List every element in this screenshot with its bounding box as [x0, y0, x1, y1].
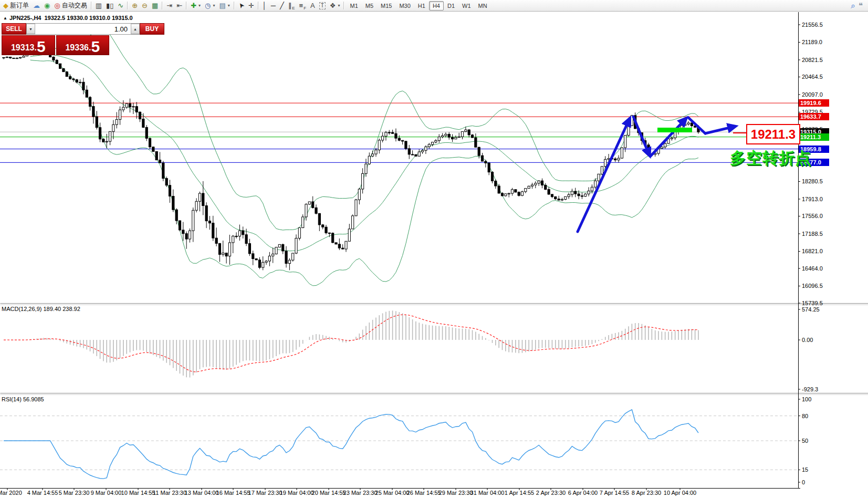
chart-symbol-header: ▲JPN225-,H419322.5 19330.0 19310.0 19315… — [3, 15, 133, 21]
macd-tick: 574.25 — [802, 306, 820, 313]
trend-arrow[interactable] — [705, 127, 734, 133]
trend-arrow[interactable] — [651, 119, 685, 156]
toolbar-text-label-icon[interactable]: T — [317, 1, 328, 11]
indicators-icon: ✚ — [191, 2, 196, 9]
chat-icon[interactable]: ❝ — [859, 2, 863, 9]
date-label: 23 Mar 23:30 — [343, 490, 378, 496]
toolbar-chart-shift-icon[interactable]: ⇤ — [174, 1, 184, 11]
support-highlight-bar[interactable] — [657, 128, 692, 132]
buy-price-box[interactable]: 19336.5 — [56, 35, 110, 55]
toolbar-cursor-icon[interactable]: ➤ — [236, 1, 246, 11]
new-order-label: 新订单 — [10, 1, 29, 10]
fibonacci-sub-label: F — [304, 6, 306, 11]
toolbar-fibonacci-icon[interactable]: ≡F — [297, 1, 308, 11]
timeframe-m30-button[interactable]: M30 — [395, 1, 414, 11]
toolbar-publish-chart-icon[interactable]: ☁ — [31, 1, 42, 11]
date-label: 10 Mar 14:55 — [121, 490, 155, 496]
price-label-box: 19211.3 — [799, 133, 829, 141]
zoom-out-icon: ⊖ — [142, 2, 148, 9]
sell-button[interactable]: SELL — [2, 23, 26, 35]
trend-line-icon: ╱ — [280, 2, 284, 9]
rsi-tick: 0 — [802, 479, 805, 485]
toolbar-candlestick-chart-icon[interactable]: ▮▯ — [104, 1, 116, 11]
date-label: 7 Apr 14:55 — [600, 490, 629, 496]
price-callout-box[interactable]: 19211.3 — [746, 124, 800, 144]
date-label: 8 Apr 23:30 — [632, 490, 661, 496]
toolbar-tile-windows-icon[interactable]: ▦ — [150, 1, 160, 11]
timeframe-mn-button[interactable]: MN — [475, 1, 491, 11]
sell-price-box[interactable]: 19313.5 — [2, 35, 55, 55]
rsi-tick: 50 — [802, 438, 808, 444]
cursor-icon: ➤ — [237, 1, 246, 9]
rsi-tick: 15 — [802, 466, 808, 473]
candlestick-chart-icon: ▮▯ — [106, 2, 113, 9]
toolbar-text-icon[interactable]: A — [308, 1, 317, 11]
auto-trading-label: 自动交易 — [62, 1, 87, 10]
macd-tick: -929.3 — [802, 386, 818, 392]
chart-canvas[interactable] — [0, 0, 868, 498]
one-click-trading-panel: SELL ▼ ▲ BUY 19313.5 19336.5 — [2, 23, 109, 55]
sell-price-main: 19313. — [11, 44, 37, 52]
timeframe-d1-button[interactable]: D1 — [444, 1, 458, 11]
toolbar-arrows-icon[interactable]: ❖▾ — [328, 1, 342, 11]
buy-button[interactable]: BUY — [140, 23, 164, 35]
toolbar-auto-trading-button[interactable]: ◎自动交易 — [52, 1, 89, 11]
price-tick: 17188.5 — [802, 231, 823, 237]
date-label: 20 Mar 14:55 — [312, 490, 346, 496]
toolbar-new-order-button[interactable]: ◆新订单 — [1, 1, 31, 11]
volume-input[interactable] — [35, 24, 131, 34]
chinese-annotation-text[interactable]: 多空转折点 — [730, 148, 811, 169]
timeframe-m5-button[interactable]: M5 — [362, 1, 377, 11]
tile-windows-icon: ▦ — [152, 2, 158, 9]
toolbar-crosshair-icon[interactable]: ✛ — [246, 1, 256, 11]
price-tick: 17556.0 — [802, 213, 823, 219]
crosshair-icon: ✛ — [248, 2, 254, 9]
price-label-box: 19919.6 — [799, 99, 829, 107]
price-tick: 16096.5 — [802, 283, 823, 289]
ohlc-values: 19322.5 19330.0 19310.0 19315.0 — [44, 15, 132, 21]
toolbar-bar-chart-icon[interactable]: ▥ — [93, 1, 104, 11]
volume-up-button[interactable]: ▲ — [131, 24, 140, 34]
date-label: 6 Apr 04:00 — [568, 490, 598, 496]
timeframe-m1-button[interactable]: M1 — [346, 1, 361, 11]
vertical-line-icon: │ — [263, 2, 267, 9]
volume-down-button[interactable]: ▼ — [26, 24, 35, 34]
macd-tick: 0.00 — [802, 337, 813, 343]
date-label: 16 Mar 14:55 — [216, 490, 250, 496]
toolbar-line-chart-icon[interactable]: ∿ — [116, 1, 126, 11]
toolbar-trend-line-icon[interactable]: ╱ — [278, 1, 286, 11]
rsi-label: RSI(14) 56.9085 — [2, 396, 44, 402]
toolbar-equidistant-channel-icon[interactable]: ∥E — [286, 1, 297, 11]
arrows-icon: ❖ — [330, 2, 336, 9]
date-label: 31 Mar 04:00 — [470, 490, 505, 496]
toolbar-indicators-icon[interactable]: ✚▾ — [189, 1, 203, 11]
fibonacci-icon: ≡ — [299, 2, 304, 9]
toolbar-templates-icon[interactable]: ▤▾ — [217, 1, 232, 11]
toolbar-mql5-signal-icon[interactable]: ◉ — [42, 1, 52, 11]
timeframe-w1-button[interactable]: W1 — [458, 1, 475, 11]
symbol-period-label: JPN225-,H4 — [9, 15, 41, 21]
price-tick: 21189.0 — [802, 39, 822, 45]
timeframe-h1-button[interactable]: H1 — [414, 1, 429, 11]
equidistant-channel-icon: ∥ — [288, 2, 292, 9]
toolbar-auto-scroll-icon[interactable]: ⇥ — [164, 1, 174, 11]
toolbar-zoom-out-icon[interactable]: ⊖ — [140, 1, 150, 11]
toolbar-horizontal-line-icon[interactable]: ─ — [269, 1, 278, 11]
search-icon[interactable]: ⌕ — [851, 2, 855, 9]
auto-scroll-icon: ⇥ — [166, 2, 172, 9]
price-tick: 16821.0 — [802, 248, 823, 254]
text-icon: A — [310, 2, 315, 9]
timeframe-h4-button[interactable]: H4 — [429, 1, 444, 11]
publish-chart-icon: ☁ — [33, 2, 40, 9]
mt4-window: ◆新订单☁◉◎自动交易▥▮▯∿⊕⊖▦⇥⇤✚▾◷▾▤▾➤✛│─╱∥E≡FAT❖▾M… — [0, 0, 868, 498]
timeframe-m15-button[interactable]: M15 — [377, 1, 395, 11]
price-tick: 21556.5 — [802, 22, 823, 28]
collapse-triangle-icon[interactable]: ▲ — [3, 16, 7, 20]
equidistant-channel-sub-label: E — [292, 6, 295, 11]
toolbar-periods-icon[interactable]: ◷▾ — [203, 1, 217, 11]
buy-price-main: 19336. — [65, 44, 91, 52]
toolbar-zoom-in-icon[interactable]: ⊕ — [130, 1, 140, 11]
chevron-down-icon: ▾ — [228, 3, 230, 8]
toolbar-vertical-line-icon[interactable]: │ — [260, 1, 269, 11]
date-label: 26 Mar 14:55 — [407, 490, 441, 496]
